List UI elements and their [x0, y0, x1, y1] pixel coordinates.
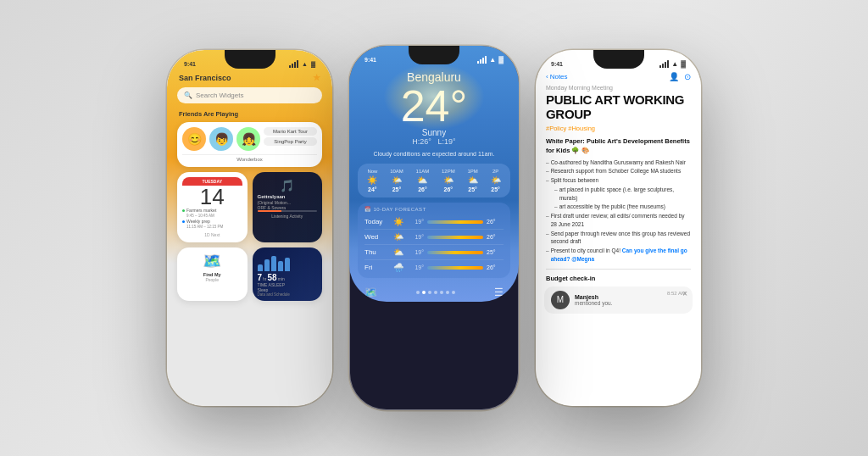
notes-item-3a: – art placed in public space (i.e. large…: [546, 186, 691, 203]
cal-date: 14: [182, 186, 242, 208]
left-phone-screen: 9:41 ▲ ▓ San Francisco ★ 🔍: [167, 50, 332, 406]
search-label: Search Widgets: [196, 92, 243, 99]
forecast-label: 10-DAY FORECAST: [374, 207, 426, 212]
notes-heading: Public Art Working Group: [536, 93, 701, 125]
policy-tag[interactable]: #Policy: [546, 125, 566, 132]
center-signal: [477, 56, 487, 64]
star-icon: ★: [313, 73, 320, 82]
forecast-bar-fri: [427, 266, 483, 270]
notes-item-6: – Present to city council in Q4! Can you…: [546, 247, 691, 264]
forecast-bar-today: [427, 220, 483, 224]
hourly-1pm: 1PM ⛅ 25°: [467, 169, 477, 192]
page-dots: [416, 291, 455, 294]
page-dot-3: [428, 291, 431, 294]
map-icon[interactable]: 🗺️: [364, 286, 377, 298]
notes-action-icons: 👤 ⊙: [669, 72, 691, 81]
more-icon[interactable]: ⊙: [684, 72, 691, 81]
left-wifi-icon: ▲: [302, 61, 308, 67]
notes-back-label: Notes: [550, 73, 568, 81]
right-phone: 9:41 ▲ ▓ ‹ Notes: [536, 50, 701, 406]
section-label: Friends Are Playing: [167, 108, 332, 120]
cal-label: 1D Next: [182, 232, 242, 237]
search-icon: 🔍: [184, 92, 192, 99]
sleep-bars: [258, 254, 318, 271]
weather-forecast: 📅 10-DAY FORECAST Today ☀️ 19° 26° Wed 🌤…: [358, 203, 510, 278]
weather-high: H:26°: [412, 137, 431, 146]
chevron-left-icon: ‹: [546, 73, 548, 81]
calendar-icon: 📅: [364, 206, 371, 212]
notif-avatar: M: [551, 291, 570, 309]
mention-link[interactable]: Can you give the final go ahead? @Megna: [551, 247, 687, 262]
phones-container: 9:41 ▲ ▓ San Francisco ★ 🔍: [0, 0, 868, 456]
notes-item-3: – Split focus between: [546, 176, 691, 185]
hourly-now: Now ☀️ 24°: [367, 169, 377, 192]
notes-body: White Paper: Public Art's Development Be…: [536, 136, 701, 264]
avatar-2: 👦: [209, 127, 233, 151]
music-progress: [258, 210, 318, 212]
notif-content: Manjesh mentioned you.: [575, 294, 662, 306]
weather-range: H:26° L:19°: [349, 137, 519, 146]
left-phone: 9:41 ▲ ▓ San Francisco ★ 🔍: [167, 50, 332, 406]
search-bar[interactable]: 🔍 Search Widgets: [177, 87, 322, 103]
weather-bottom: 🗺️ ☰: [349, 283, 519, 302]
page-dot-6: [446, 291, 449, 294]
findmy-sublabel: People: [182, 277, 242, 282]
left-signal: [289, 60, 298, 68]
page-dot-4: [434, 291, 437, 294]
notes-item-2: – Research support from Schober College …: [546, 167, 691, 175]
hourly-12pm: 12PM 🌤️ 26°: [442, 169, 455, 192]
notif-text: mentioned you.: [575, 300, 662, 306]
wonderbox-label: Wonderbox: [182, 154, 317, 162]
sleep-mins: 58: [268, 273, 277, 282]
weather-temp: 24°: [349, 84, 519, 128]
avatar-1: 😊: [182, 127, 206, 151]
forecast-bar-wed: [427, 236, 483, 239]
sleep-bar-3: [271, 256, 276, 271]
notes-item-4: – First draft under review; all edits/ c…: [546, 212, 691, 229]
game-tag-2: SingPop Party: [264, 137, 317, 146]
page-dot-2: [422, 291, 426, 294]
weather-hourly: Now ☀️ 24° 10AM 🌤️ 25° 11AM ⛅ 26°: [358, 164, 510, 197]
right-phone-screen: 9:41 ▲ ▓ ‹ Notes: [536, 50, 701, 406]
center-notch: [409, 46, 459, 64]
notes-paper-title: White Paper: Public Art's Development Be…: [546, 136, 691, 156]
right-signal: [659, 60, 669, 68]
page-dot-7: [452, 291, 455, 294]
forecast-header: 📅 10-DAY FORECAST: [364, 206, 504, 212]
right-time: 9:41: [551, 61, 563, 67]
hourly-row: Now ☀️ 24° 10AM 🌤️ 25° 11AM ⛅ 26°: [361, 169, 507, 192]
right-battery-icon: ▓: [681, 60, 686, 68]
music-title: Gettralyaan: [258, 194, 318, 199]
forecast-bar-thu: [427, 251, 483, 254]
music-progress-fill: [258, 210, 281, 212]
forecast-thu: Thu ⛅ 19° 25°: [364, 245, 504, 260]
music-widget[interactable]: 🎵 Gettralyaan (Original Motion... ORF & …: [253, 172, 323, 242]
sleep-sublabel: Data and Schedule: [258, 292, 318, 297]
weather-condition: Sunny: [349, 128, 519, 137]
notes-tags: #Policy #Housing: [536, 125, 701, 136]
notes-nav: ‹ Notes 👤 ⊙: [536, 70, 701, 85]
weather-low: L:19°: [438, 137, 456, 146]
forecast-wed: Wed 🌤️ 19° 26°: [364, 230, 504, 245]
weather-alert: Cloudy conditions are expected around 11…: [349, 151, 519, 157]
friends-widget: 😊 👦 👧 Mario Kart Tour SingPop Party Wond…: [177, 122, 322, 167]
findmy-widget[interactable]: 🗺️ Find My People: [177, 247, 248, 301]
calendar-widget[interactable]: TUESDAY 14 Farmers market 9:45 – 10:45 A…: [177, 172, 248, 242]
share-icon[interactable]: 👤: [669, 72, 679, 81]
music-label: Listening Activity: [258, 214, 318, 219]
notes-notification: M Manjesh mentioned you. 8:52 AM ×: [544, 286, 693, 314]
notif-name: Manjesh: [575, 294, 662, 300]
calendar-music-row: TUESDAY 14 Farmers market 9:45 – 10:45 A…: [177, 172, 322, 242]
notes-item-3b: – art accessible by the public (free mus…: [546, 203, 691, 211]
housing-tag[interactable]: #Housing: [568, 125, 595, 132]
avatar-3: 👧: [236, 127, 260, 151]
notes-item-1: – Co-authored by Nanditha Guruswamy and …: [546, 158, 691, 167]
page-dot-1: [416, 291, 420, 294]
notif-close-button[interactable]: ×: [682, 289, 687, 298]
notes-back-button[interactable]: ‹ Notes: [546, 73, 568, 81]
notes-item-5: – Send paper through review once this gr…: [546, 230, 691, 247]
sleep-widget[interactable]: 7 hr 58 min TIME ASLEEP Sleep Data and S…: [253, 247, 323, 301]
sleep-bar-2: [264, 259, 270, 271]
cal-events: Farmers market 9:45 – 10:45 AM Weekly pr…: [182, 208, 242, 231]
list-icon[interactable]: ☰: [494, 286, 504, 298]
